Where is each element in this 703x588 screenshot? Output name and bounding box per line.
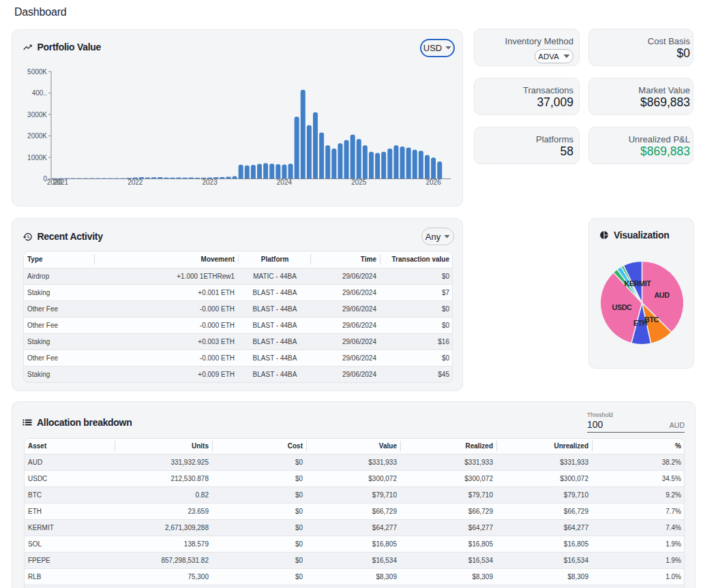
svg-text:5000K: 5000K xyxy=(27,68,47,76)
svg-text:USDC: USDC xyxy=(612,303,633,311)
svg-text:400..: 400.. xyxy=(32,89,47,97)
svg-text:1000K: 1000K xyxy=(27,154,47,161)
svg-text:2024: 2024 xyxy=(277,179,293,186)
svg-text:2000K: 2000K xyxy=(27,132,47,140)
svg-text:3000K: 3000K xyxy=(27,111,47,119)
svg-text:AUD: AUD xyxy=(654,291,670,299)
svg-text:2025: 2025 xyxy=(351,179,367,186)
svg-text:2026: 2026 xyxy=(425,179,441,186)
svg-text:2023: 2023 xyxy=(202,179,218,186)
svg-text:KERMIT: KERMIT xyxy=(625,279,652,288)
svg-text:ETH: ETH xyxy=(633,319,648,327)
svg-text:2022: 2022 xyxy=(128,179,143,186)
svg-text:2021: 2021 xyxy=(53,179,69,186)
